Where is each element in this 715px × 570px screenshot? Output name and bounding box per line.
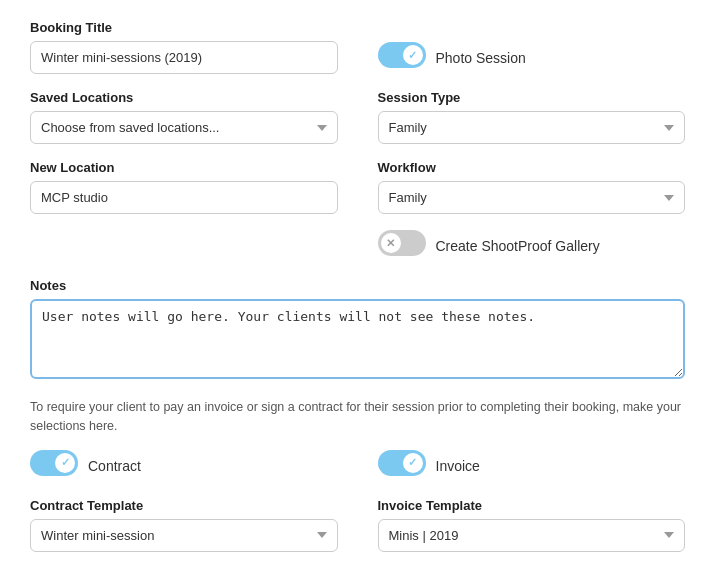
shootproof-label: Create ShootProof Gallery bbox=[436, 238, 600, 254]
notes-label: Notes bbox=[30, 278, 685, 293]
notes-textarea[interactable]: User notes will go here. Your clients wi… bbox=[30, 299, 685, 379]
photo-session-label: Photo Session bbox=[436, 50, 526, 66]
booking-title-label: Booking Title bbox=[30, 20, 338, 35]
info-text: To require your client to pay an invoice… bbox=[30, 398, 685, 436]
photo-session-toggle[interactable] bbox=[378, 42, 426, 68]
contract-toggle[interactable] bbox=[30, 450, 78, 476]
new-location-input[interactable] bbox=[30, 181, 338, 214]
contract-template-label: Contract Template bbox=[30, 498, 338, 513]
invoice-label: Invoice bbox=[436, 458, 480, 474]
booking-title-input[interactable] bbox=[30, 41, 338, 74]
shootproof-toggle[interactable] bbox=[378, 230, 426, 256]
contract-template-select[interactable]: Winter mini-session Standard Custom bbox=[30, 519, 338, 552]
workflow-label: Workflow bbox=[378, 160, 686, 175]
session-type-select[interactable]: Family Individual Corporate Wedding bbox=[378, 111, 686, 144]
saved-locations-select[interactable]: Choose from saved locations... bbox=[30, 111, 338, 144]
saved-locations-label: Saved Locations bbox=[30, 90, 338, 105]
contract-label: Contract bbox=[88, 458, 141, 474]
new-location-label: New Location bbox=[30, 160, 338, 175]
invoice-template-label: Invoice Template bbox=[378, 498, 686, 513]
invoice-template-select[interactable]: Minis | 2019 Standard Custom bbox=[378, 519, 686, 552]
session-type-label: Session Type bbox=[378, 90, 686, 105]
invoice-toggle[interactable] bbox=[378, 450, 426, 476]
workflow-select[interactable]: Family Individual Corporate Wedding bbox=[378, 181, 686, 214]
